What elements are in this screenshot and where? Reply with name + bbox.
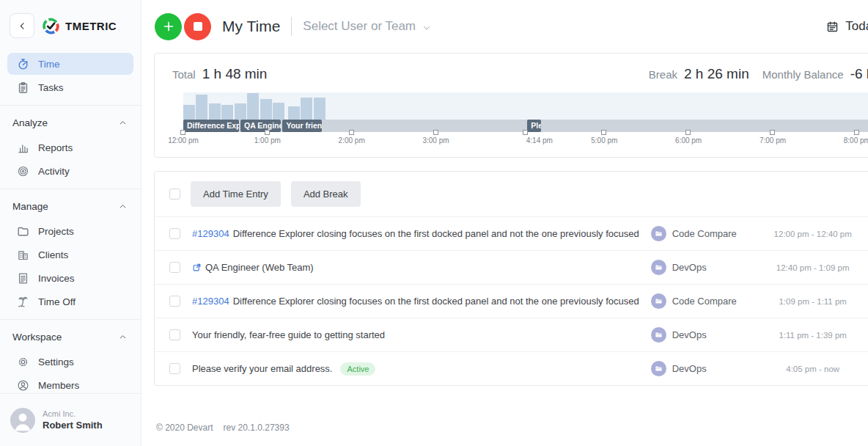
- entry-project[interactable]: DevOps: [651, 260, 754, 275]
- date-label: Today: [845, 19, 868, 34]
- break-value: 2 h 26 min: [684, 66, 749, 82]
- building-icon: [17, 249, 29, 261]
- time-entry-row[interactable]: Please verify your email address.ActiveD…: [155, 351, 868, 385]
- divider: [291, 17, 292, 36]
- date-picker-button[interactable]: Today: [826, 19, 868, 34]
- entry-description: Your friendly, fear-free guide to gettin…: [192, 329, 639, 340]
- sidebar-divider: [0, 105, 141, 106]
- timeline-activity-bar: [301, 98, 312, 120]
- row-checkbox[interactable]: [169, 296, 180, 307]
- folder-icon: [17, 225, 29, 238]
- add-time-entry-button[interactable]: Add Time Entry: [191, 181, 281, 207]
- sidebar-item-time-off[interactable]: Time Off: [7, 290, 133, 312]
- active-badge: Active: [340, 362, 375, 376]
- entry-text: Your friendly, fear-free guide to gettin…: [192, 329, 385, 340]
- time-entry-row[interactable]: QA Engineer (Web Team)DevOps12:40 pm - 1…: [155, 250, 868, 284]
- select-all-checkbox[interactable]: [169, 189, 180, 200]
- sidebar: TMETRIC TimeTasksAnalyzeReportsActivityM…: [0, 0, 141, 446]
- entry-time-range: 12:40 pm - 1:09 pm: [765, 263, 861, 272]
- row-checkbox[interactable]: [169, 363, 180, 374]
- sidebar-section-manage[interactable]: Manage: [0, 196, 141, 219]
- timeline-band: Difference Explorer closing focuses on t…: [183, 120, 868, 132]
- sidebar-item-time[interactable]: Time: [7, 53, 133, 75]
- entry-time-range: 12:00 pm - 12:40 pm: [765, 230, 861, 238]
- timeline-tick-label: 12:00 pm: [168, 136, 199, 145]
- activity-histogram: [183, 92, 868, 120]
- entry-description: Please verify your email address.Active: [192, 362, 639, 376]
- plus-icon: [163, 21, 174, 32]
- time-entry-row[interactable]: #129304Difference Explorer closing focus…: [155, 216, 868, 250]
- sidebar-item-label: Reports: [38, 142, 73, 153]
- entry-time-range: 4:05 pm - now: [765, 365, 861, 373]
- timeline-entry-segment[interactable]: Difference Explorer closing focuses on t…: [183, 120, 239, 132]
- timeline-tick-marker: [180, 130, 185, 135]
- entry-issue-id[interactable]: #129304: [192, 228, 229, 239]
- timeline-tick-label: 7:00 pm: [760, 136, 786, 145]
- add-break-button[interactable]: Add Break: [291, 181, 361, 207]
- sidebar-item-label: Activity: [38, 166, 70, 177]
- timeline-entry-segment[interactable]: Your friendly, fear-free guide to gettin…: [282, 120, 322, 132]
- monthly-balance-group: Monthly Balance -6 h 12 min: [762, 66, 868, 82]
- bar-chart-icon: [17, 142, 29, 154]
- timeline-tick-marker: [349, 130, 354, 135]
- sidebar-item-settings[interactable]: Settings: [7, 351, 133, 373]
- add-time-entry-round-button[interactable]: [155, 13, 182, 40]
- timeline-activity-bar: [221, 105, 233, 120]
- sidebar-item-projects[interactable]: Projects: [7, 220, 133, 242]
- activity-icon: [17, 165, 29, 178]
- row-checkbox[interactable]: [169, 329, 180, 340]
- sidebar-item-label: Time Off: [38, 296, 76, 307]
- timeline-activity-bar: [196, 95, 207, 120]
- entry-issue-id[interactable]: #129304: [192, 296, 229, 307]
- time-entry-row[interactable]: Your friendly, fear-free guide to gettin…: [155, 318, 868, 351]
- sidebar-item-label: Tasks: [38, 82, 64, 93]
- sidebar-section-label: Manage: [12, 201, 48, 212]
- row-checkbox[interactable]: [169, 262, 180, 273]
- timeline-tick-label: 2:00 pm: [339, 136, 365, 145]
- timeline-entry-segment[interactable]: QA Engineer (Web Team): [240, 120, 281, 132]
- workspace-user-button[interactable]: Acmi Inc. Robert Smith: [0, 393, 141, 446]
- sidebar-item-invoices[interactable]: Invoices: [7, 267, 133, 289]
- sidebar-item-activity[interactable]: Activity: [7, 160, 133, 182]
- timeline-entry-segment[interactable]: Please verify your email address.: [527, 120, 541, 132]
- entry-project[interactable]: Code Compare: [651, 226, 754, 241]
- entry-text: Difference Explorer closing focuses on t…: [233, 228, 639, 239]
- gear-icon: [17, 356, 29, 368]
- timeline-activity-bar: [247, 93, 259, 120]
- total-label: Total: [172, 68, 196, 81]
- entry-project[interactable]: DevOps: [651, 361, 754, 376]
- sidebar-section-workspace[interactable]: Workspace: [0, 326, 141, 349]
- project-folder-icon: [651, 361, 666, 376]
- entry-project[interactable]: DevOps: [651, 327, 754, 343]
- sidebar-collapse-button[interactable]: [10, 13, 34, 38]
- external-link-icon: [192, 263, 202, 272]
- page-title: My Time: [222, 18, 280, 35]
- time-entry-row[interactable]: #129304Difference Explorer closing focus…: [155, 284, 868, 318]
- project-name: DevOps: [672, 363, 707, 374]
- sidebar-nav: TimeTasksAnalyzeReportsActivityManagePro…: [0, 53, 141, 420]
- entry-project[interactable]: Code Compare: [651, 293, 754, 309]
- sidebar-item-clients[interactable]: Clients: [7, 244, 133, 266]
- sidebar-item-reports[interactable]: Reports: [7, 136, 133, 158]
- sidebar-item-tasks[interactable]: Tasks: [7, 76, 133, 98]
- user-team-selector[interactable]: Select User or Team: [303, 19, 431, 34]
- entry-time-range: 1:11 pm - 1:39 pm: [765, 331, 861, 340]
- stop-timer-round-button[interactable]: [184, 13, 211, 40]
- project-name: Code Compare: [672, 296, 737, 307]
- sidebar-divider: [0, 189, 141, 189]
- monthly-balance-label: Monthly Balance: [762, 68, 844, 81]
- total-group: Total 1 h 48 min: [172, 66, 267, 82]
- row-checkbox[interactable]: [169, 228, 180, 239]
- revision: rev 20.1.0.27393: [224, 423, 290, 433]
- content: Total 1 h 48 min Break 2 h 26 min Monthl…: [141, 53, 868, 446]
- entry-time-range: 1:09 pm - 1:11 pm: [765, 297, 861, 306]
- timeline-activity-bar: [273, 103, 284, 120]
- sidebar-item-label: Time: [38, 59, 60, 70]
- invoice-icon: [17, 272, 29, 285]
- timeline-tick-marker: [433, 130, 438, 135]
- entry-description: #129304Difference Explorer closing focus…: [192, 228, 639, 239]
- stopwatch-icon: [17, 58, 29, 70]
- copyright: © 2020 Devart: [156, 423, 213, 433]
- timeline-tick-label: 8:00 pm: [844, 136, 868, 145]
- sidebar-section-analyze[interactable]: Analyze: [0, 112, 141, 135]
